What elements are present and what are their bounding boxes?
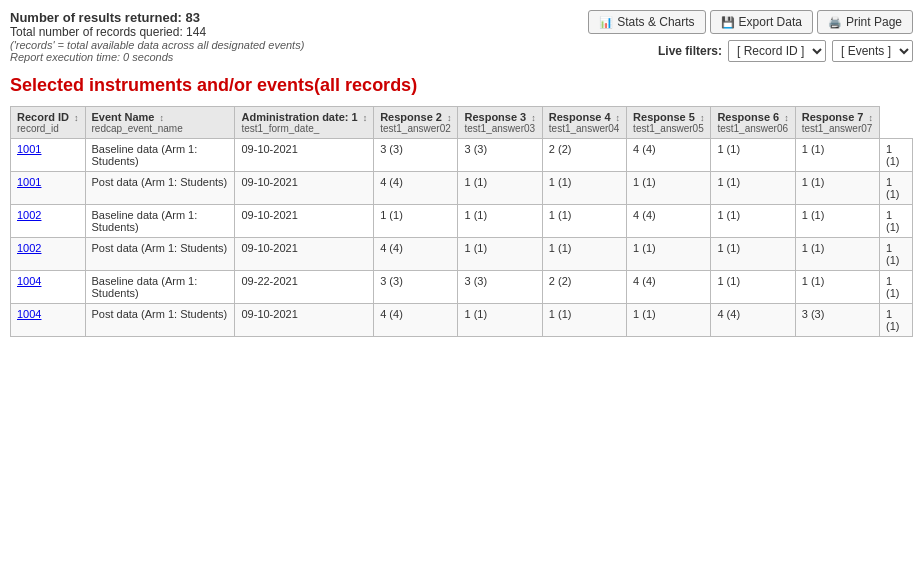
cell-date: 09-10-2021 bbox=[235, 205, 374, 238]
top-bar: Number of results returned: 83 Total num… bbox=[10, 10, 913, 63]
summary-section: Number of results returned: 83 Total num… bbox=[10, 10, 588, 63]
cell-r6: 4 (4) bbox=[711, 304, 795, 337]
record-id-link[interactable]: 1001 bbox=[17, 176, 41, 188]
cell-event-name: Baseline data (Arm 1: Students) bbox=[85, 205, 235, 238]
col-admin-date: Administration date: 1 ↕ test1_form_date… bbox=[235, 107, 374, 139]
table-row: 1001Baseline data (Arm 1: Students)09-10… bbox=[11, 139, 913, 172]
col-response-3: Response 3 ↕ test1_answer03 bbox=[458, 107, 542, 139]
cell-r2: 3 (3) bbox=[374, 139, 458, 172]
cell-r6: 1 (1) bbox=[711, 271, 795, 304]
cell-r8: 1 (1) bbox=[880, 304, 913, 337]
cell-r6: 1 (1) bbox=[711, 172, 795, 205]
cell-date: 09-10-2021 bbox=[235, 304, 374, 337]
stats-charts-button[interactable]: 📊 Stats & Charts bbox=[588, 10, 705, 34]
cell-record-id: 1001 bbox=[11, 139, 86, 172]
cell-r3: 1 (1) bbox=[458, 304, 542, 337]
col-event-name: Event Name ↕ redcap_event_name bbox=[85, 107, 235, 139]
cell-event-name: Post data (Arm 1: Students) bbox=[85, 238, 235, 271]
buttons-row: 📊 Stats & Charts 💾 Export Data 🖨️ Print … bbox=[588, 10, 913, 34]
cell-event-name: Post data (Arm 1: Students) bbox=[85, 304, 235, 337]
col-response-4: Response 4 ↕ test1_answer04 bbox=[542, 107, 626, 139]
cell-record-id: 1001 bbox=[11, 172, 86, 205]
table-row: 1001Post data (Arm 1: Students)09-10-202… bbox=[11, 172, 913, 205]
cell-date: 09-22-2021 bbox=[235, 271, 374, 304]
cell-event-name: Baseline data (Arm 1: Students) bbox=[85, 271, 235, 304]
exec-time: Report execution time: 0 seconds bbox=[10, 51, 588, 63]
cell-r6: 1 (1) bbox=[711, 139, 795, 172]
cell-r4: 1 (1) bbox=[542, 205, 626, 238]
results-count: Number of results returned: 83 bbox=[10, 10, 588, 25]
cell-r4: 1 (1) bbox=[542, 304, 626, 337]
chart-icon: 📊 bbox=[599, 16, 613, 29]
cell-r4: 1 (1) bbox=[542, 238, 626, 271]
cell-r3: 3 (3) bbox=[458, 139, 542, 172]
col-response-6: Response 6 ↕ test1_answer06 bbox=[711, 107, 795, 139]
cell-r5: 1 (1) bbox=[627, 238, 711, 271]
cell-r4: 2 (2) bbox=[542, 271, 626, 304]
cell-r5: 4 (4) bbox=[627, 205, 711, 238]
cell-r3: 3 (3) bbox=[458, 271, 542, 304]
record-id-filter[interactable]: [ Record ID ] bbox=[728, 40, 826, 62]
record-id-link[interactable]: 1002 bbox=[17, 209, 41, 221]
cell-r8: 1 (1) bbox=[880, 139, 913, 172]
records-note: ('records' = total available data across… bbox=[10, 39, 588, 51]
cell-r3: 1 (1) bbox=[458, 238, 542, 271]
print-icon: 🖨️ bbox=[828, 16, 842, 29]
cell-r2: 4 (4) bbox=[374, 304, 458, 337]
col-response-7: Response 7 ↕ test1_answer07 bbox=[795, 107, 879, 139]
cell-record-id: 1004 bbox=[11, 271, 86, 304]
cell-r2: 4 (4) bbox=[374, 172, 458, 205]
cell-event-name: Baseline data (Arm 1: Students) bbox=[85, 139, 235, 172]
col-record-id: Record ID ↕ record_id bbox=[11, 107, 86, 139]
cell-r8: 1 (1) bbox=[880, 271, 913, 304]
cell-r4: 2 (2) bbox=[542, 139, 626, 172]
record-id-link[interactable]: 1002 bbox=[17, 242, 41, 254]
cell-r7: 1 (1) bbox=[795, 205, 879, 238]
print-page-button[interactable]: 🖨️ Print Page bbox=[817, 10, 913, 34]
table-row: 1002Post data (Arm 1: Students)09-10-202… bbox=[11, 238, 913, 271]
table-row: 1004Post data (Arm 1: Students)09-10-202… bbox=[11, 304, 913, 337]
cell-date: 09-10-2021 bbox=[235, 139, 374, 172]
table-header-row: Record ID ↕ record_id Event Name ↕ redca… bbox=[11, 107, 913, 139]
cell-r8: 1 (1) bbox=[880, 172, 913, 205]
cell-r3: 1 (1) bbox=[458, 205, 542, 238]
cell-date: 09-10-2021 bbox=[235, 172, 374, 205]
cell-r6: 1 (1) bbox=[711, 205, 795, 238]
cell-r4: 1 (1) bbox=[542, 172, 626, 205]
cell-r2: 1 (1) bbox=[374, 205, 458, 238]
cell-record-id: 1004 bbox=[11, 304, 86, 337]
cell-r7: 1 (1) bbox=[795, 238, 879, 271]
col-response-2: Response 2 ↕ test1_answer02 bbox=[374, 107, 458, 139]
record-id-link[interactable]: 1001 bbox=[17, 143, 41, 155]
events-filter[interactable]: [ Events ] bbox=[832, 40, 913, 62]
record-id-link[interactable]: 1004 bbox=[17, 275, 41, 287]
table-row: 1004Baseline data (Arm 1: Students)09-22… bbox=[11, 271, 913, 304]
cell-r5: 1 (1) bbox=[627, 304, 711, 337]
cell-r7: 1 (1) bbox=[795, 139, 879, 172]
cell-r8: 1 (1) bbox=[880, 205, 913, 238]
export-data-button[interactable]: 💾 Export Data bbox=[710, 10, 813, 34]
cell-r6: 1 (1) bbox=[711, 238, 795, 271]
filters-row: Live filters: [ Record ID ] [ Events ] bbox=[658, 40, 913, 62]
cell-r3: 1 (1) bbox=[458, 172, 542, 205]
col-response-5: Response 5 ↕ test1_answer05 bbox=[627, 107, 711, 139]
section-title: Selected instruments and/or events(all r… bbox=[10, 75, 913, 96]
cell-r7: 1 (1) bbox=[795, 271, 879, 304]
total-records: Total number of records queried: 144 bbox=[10, 25, 588, 39]
cell-r5: 1 (1) bbox=[627, 172, 711, 205]
cell-record-id: 1002 bbox=[11, 238, 86, 271]
export-icon: 💾 bbox=[721, 16, 735, 29]
cell-r7: 1 (1) bbox=[795, 172, 879, 205]
cell-record-id: 1002 bbox=[11, 205, 86, 238]
cell-r2: 4 (4) bbox=[374, 238, 458, 271]
cell-event-name: Post data (Arm 1: Students) bbox=[85, 172, 235, 205]
cell-date: 09-10-2021 bbox=[235, 238, 374, 271]
record-id-link[interactable]: 1004 bbox=[17, 308, 41, 320]
table-row: 1002Baseline data (Arm 1: Students)09-10… bbox=[11, 205, 913, 238]
actions-section: 📊 Stats & Charts 💾 Export Data 🖨️ Print … bbox=[588, 10, 913, 62]
cell-r8: 1 (1) bbox=[880, 238, 913, 271]
filters-label: Live filters: bbox=[658, 44, 722, 58]
results-table: Record ID ↕ record_id Event Name ↕ redca… bbox=[10, 106, 913, 337]
cell-r2: 3 (3) bbox=[374, 271, 458, 304]
cell-r5: 4 (4) bbox=[627, 139, 711, 172]
